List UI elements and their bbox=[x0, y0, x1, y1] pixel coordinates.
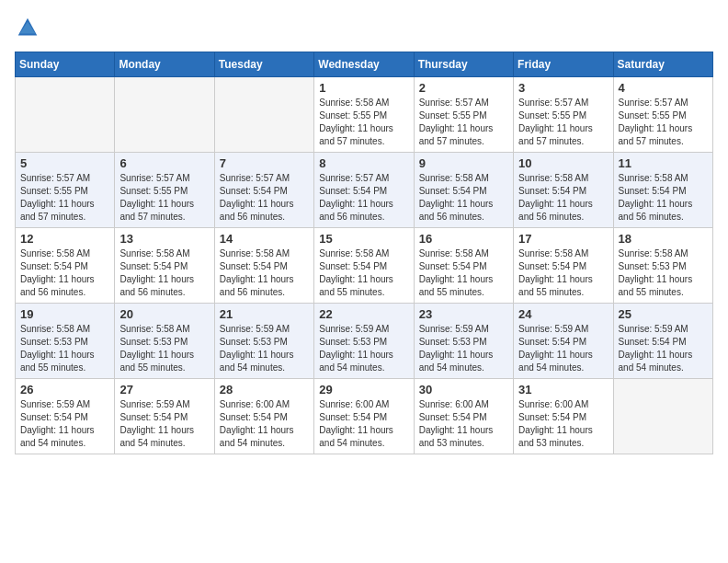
day-number: 22 bbox=[319, 307, 408, 321]
calendar-cell: 28Sunrise: 6:00 AM Sunset: 5:54 PM Dayli… bbox=[214, 379, 313, 454]
page-header bbox=[15, 15, 713, 40]
calendar-cell: 30Sunrise: 6:00 AM Sunset: 5:54 PM Dayli… bbox=[414, 379, 513, 454]
logo-icon bbox=[15, 15, 40, 40]
header-day-friday: Friday bbox=[514, 52, 613, 77]
calendar-cell: 27Sunrise: 5:59 AM Sunset: 5:54 PM Dayli… bbox=[115, 379, 214, 454]
calendar-cell: 6Sunrise: 5:57 AM Sunset: 5:55 PM Daylig… bbox=[115, 153, 214, 228]
day-number: 31 bbox=[518, 383, 608, 396]
day-number: 19 bbox=[20, 307, 109, 321]
calendar-cell: 12Sunrise: 5:58 AM Sunset: 5:54 PM Dayli… bbox=[16, 228, 115, 304]
day-info: Sunrise: 5:57 AM Sunset: 5:54 PM Dayligh… bbox=[220, 172, 309, 224]
day-number: 11 bbox=[619, 156, 708, 170]
calendar-cell: 26Sunrise: 5:59 AM Sunset: 5:54 PM Dayli… bbox=[16, 379, 115, 454]
day-number: 23 bbox=[419, 307, 508, 321]
calendar-cell: 4Sunrise: 5:57 AM Sunset: 5:55 PM Daylig… bbox=[613, 77, 712, 153]
day-number: 10 bbox=[518, 156, 608, 170]
calendar-cell: 14Sunrise: 5:58 AM Sunset: 5:54 PM Dayli… bbox=[214, 228, 313, 304]
day-number: 28 bbox=[220, 383, 309, 396]
calendar-cell: 5Sunrise: 5:57 AM Sunset: 5:55 PM Daylig… bbox=[16, 153, 115, 228]
calendar-cell: 13Sunrise: 5:58 AM Sunset: 5:54 PM Dayli… bbox=[115, 228, 214, 304]
calendar-cell: 17Sunrise: 5:58 AM Sunset: 5:54 PM Dayli… bbox=[514, 228, 613, 304]
day-info: Sunrise: 5:58 AM Sunset: 5:54 PM Dayligh… bbox=[419, 247, 508, 299]
day-info: Sunrise: 5:58 AM Sunset: 5:54 PM Dayligh… bbox=[619, 172, 708, 224]
day-number: 16 bbox=[419, 232, 508, 246]
day-info: Sunrise: 5:58 AM Sunset: 5:55 PM Dayligh… bbox=[319, 97, 408, 148]
day-number: 15 bbox=[319, 232, 408, 246]
day-number: 7 bbox=[220, 156, 309, 170]
week-row-2: 5Sunrise: 5:57 AM Sunset: 5:55 PM Daylig… bbox=[16, 153, 713, 228]
day-info: Sunrise: 5:59 AM Sunset: 5:54 PM Dayligh… bbox=[518, 323, 608, 374]
day-number: 12 bbox=[20, 232, 109, 246]
day-info: Sunrise: 6:00 AM Sunset: 5:54 PM Dayligh… bbox=[419, 398, 508, 450]
day-info: Sunrise: 5:57 AM Sunset: 5:54 PM Dayligh… bbox=[319, 172, 408, 224]
header-day-monday: Monday bbox=[115, 52, 214, 77]
header-day-thursday: Thursday bbox=[414, 52, 513, 77]
calendar-cell: 29Sunrise: 6:00 AM Sunset: 5:54 PM Dayli… bbox=[314, 379, 414, 454]
calendar-cell: 15Sunrise: 5:58 AM Sunset: 5:54 PM Dayli… bbox=[314, 228, 414, 304]
day-number: 30 bbox=[419, 383, 508, 396]
day-info: Sunrise: 5:59 AM Sunset: 5:53 PM Dayligh… bbox=[319, 323, 408, 374]
day-number: 20 bbox=[119, 307, 209, 321]
calendar-cell: 8Sunrise: 5:57 AM Sunset: 5:54 PM Daylig… bbox=[314, 153, 414, 228]
week-row-4: 19Sunrise: 5:58 AM Sunset: 5:53 PM Dayli… bbox=[16, 304, 713, 379]
day-number: 2 bbox=[419, 81, 508, 95]
calendar-cell: 3Sunrise: 5:57 AM Sunset: 5:55 PM Daylig… bbox=[514, 77, 613, 153]
day-number: 6 bbox=[119, 156, 209, 170]
day-info: Sunrise: 5:58 AM Sunset: 5:54 PM Dayligh… bbox=[419, 172, 508, 224]
day-info: Sunrise: 5:58 AM Sunset: 5:54 PM Dayligh… bbox=[518, 172, 608, 224]
day-info: Sunrise: 5:59 AM Sunset: 5:54 PM Dayligh… bbox=[20, 398, 109, 450]
day-info: Sunrise: 5:58 AM Sunset: 5:54 PM Dayligh… bbox=[220, 247, 309, 299]
day-info: Sunrise: 5:58 AM Sunset: 5:53 PM Dayligh… bbox=[619, 247, 708, 299]
svg-marker-1 bbox=[20, 21, 36, 33]
day-info: Sunrise: 5:59 AM Sunset: 5:53 PM Dayligh… bbox=[220, 323, 309, 374]
day-info: Sunrise: 5:57 AM Sunset: 5:55 PM Dayligh… bbox=[119, 172, 209, 224]
calendar-cell bbox=[115, 77, 214, 153]
day-info: Sunrise: 5:59 AM Sunset: 5:53 PM Dayligh… bbox=[419, 323, 508, 374]
calendar-cell: 25Sunrise: 5:59 AM Sunset: 5:54 PM Dayli… bbox=[613, 304, 712, 379]
calendar-cell: 23Sunrise: 5:59 AM Sunset: 5:53 PM Dayli… bbox=[414, 304, 513, 379]
week-row-1: 1Sunrise: 5:58 AM Sunset: 5:55 PM Daylig… bbox=[16, 77, 713, 153]
day-number: 3 bbox=[518, 81, 608, 95]
calendar-cell: 24Sunrise: 5:59 AM Sunset: 5:54 PM Dayli… bbox=[514, 304, 613, 379]
calendar-cell: 9Sunrise: 5:58 AM Sunset: 5:54 PM Daylig… bbox=[414, 153, 513, 228]
day-info: Sunrise: 5:57 AM Sunset: 5:55 PM Dayligh… bbox=[20, 172, 109, 224]
day-info: Sunrise: 5:59 AM Sunset: 5:54 PM Dayligh… bbox=[119, 398, 209, 450]
day-number: 14 bbox=[220, 232, 309, 246]
day-number: 17 bbox=[518, 232, 608, 246]
day-number: 8 bbox=[319, 156, 408, 170]
day-number: 21 bbox=[220, 307, 309, 321]
day-info: Sunrise: 5:57 AM Sunset: 5:55 PM Dayligh… bbox=[619, 97, 708, 148]
calendar-cell: 1Sunrise: 5:58 AM Sunset: 5:55 PM Daylig… bbox=[314, 77, 414, 153]
calendar-cell: 18Sunrise: 5:58 AM Sunset: 5:53 PM Dayli… bbox=[613, 228, 712, 304]
calendar-cell bbox=[16, 77, 115, 153]
day-number: 27 bbox=[119, 383, 209, 396]
calendar-cell: 21Sunrise: 5:59 AM Sunset: 5:53 PM Dayli… bbox=[214, 304, 313, 379]
day-info: Sunrise: 5:58 AM Sunset: 5:54 PM Dayligh… bbox=[319, 247, 408, 299]
calendar-cell: 19Sunrise: 5:58 AM Sunset: 5:53 PM Dayli… bbox=[16, 304, 115, 379]
calendar-cell bbox=[214, 77, 313, 153]
header-row: SundayMondayTuesdayWednesdayThursdayFrid… bbox=[16, 52, 713, 77]
calendar-cell: 2Sunrise: 5:57 AM Sunset: 5:55 PM Daylig… bbox=[414, 77, 513, 153]
header-day-sunday: Sunday bbox=[16, 52, 115, 77]
header-day-wednesday: Wednesday bbox=[314, 52, 414, 77]
day-number: 9 bbox=[419, 156, 508, 170]
day-info: Sunrise: 6:00 AM Sunset: 5:54 PM Dayligh… bbox=[319, 398, 408, 450]
calendar-cell: 31Sunrise: 6:00 AM Sunset: 5:54 PM Dayli… bbox=[514, 379, 613, 454]
day-info: Sunrise: 5:58 AM Sunset: 5:54 PM Dayligh… bbox=[20, 247, 109, 299]
header-day-tuesday: Tuesday bbox=[214, 52, 313, 77]
day-info: Sunrise: 5:58 AM Sunset: 5:54 PM Dayligh… bbox=[518, 247, 608, 299]
day-info: Sunrise: 6:00 AM Sunset: 5:54 PM Dayligh… bbox=[518, 398, 608, 450]
week-row-3: 12Sunrise: 5:58 AM Sunset: 5:54 PM Dayli… bbox=[16, 228, 713, 304]
day-info: Sunrise: 5:57 AM Sunset: 5:55 PM Dayligh… bbox=[518, 97, 608, 148]
calendar-cell: 22Sunrise: 5:59 AM Sunset: 5:53 PM Dayli… bbox=[314, 304, 414, 379]
day-info: Sunrise: 5:58 AM Sunset: 5:53 PM Dayligh… bbox=[119, 323, 209, 374]
calendar-cell: 16Sunrise: 5:58 AM Sunset: 5:54 PM Dayli… bbox=[414, 228, 513, 304]
calendar-cell: 20Sunrise: 5:58 AM Sunset: 5:53 PM Dayli… bbox=[115, 304, 214, 379]
day-number: 13 bbox=[119, 232, 209, 246]
week-row-5: 26Sunrise: 5:59 AM Sunset: 5:54 PM Dayli… bbox=[16, 379, 713, 454]
calendar-cell: 11Sunrise: 5:58 AM Sunset: 5:54 PM Dayli… bbox=[613, 153, 712, 228]
day-info: Sunrise: 6:00 AM Sunset: 5:54 PM Dayligh… bbox=[220, 398, 309, 450]
header-day-saturday: Saturday bbox=[613, 52, 712, 77]
day-info: Sunrise: 5:57 AM Sunset: 5:55 PM Dayligh… bbox=[419, 97, 508, 148]
day-number: 18 bbox=[619, 232, 708, 246]
